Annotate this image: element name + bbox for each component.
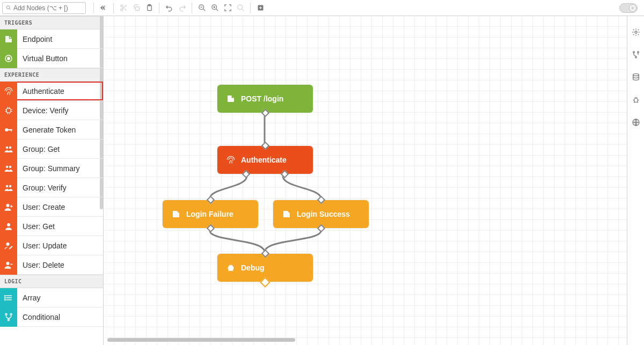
endpoint-icon (226, 94, 236, 104)
zoom-out-button[interactable] (195, 2, 208, 14)
svg-point-51 (637, 52, 639, 53)
section-experience: EXPERIENCE (0, 68, 103, 82)
fit-screen-button[interactable] (221, 2, 234, 14)
palette-item-label: Device: Verify (17, 106, 69, 115)
palette-item-user-update[interactable]: User: Update (0, 236, 103, 255)
palette-item-device-verify[interactable]: Device: Verify (0, 101, 103, 120)
globe-button[interactable] (631, 117, 641, 128)
palette-item-generate-token[interactable]: Generate Token (0, 120, 103, 140)
node-palette[interactable]: TRIGGERS Endpoint Virtual Button EXPERIE… (0, 16, 104, 345)
versions-button[interactable] (631, 49, 641, 60)
copy-button[interactable] (130, 2, 143, 14)
node-label: Login Success (297, 210, 350, 218)
users-icon (0, 159, 17, 178)
svg-point-43 (5, 297, 6, 298)
svg-point-44 (5, 299, 6, 300)
svg-point-49 (635, 31, 637, 33)
node-label: Debug (241, 263, 265, 272)
svg-point-0 (6, 6, 10, 9)
palette-item-group-verify[interactable]: Group: Verify (0, 178, 103, 197)
svg-point-30 (9, 146, 12, 149)
output-port-false[interactable] (242, 170, 251, 179)
svg-point-37 (6, 243, 10, 246)
node-search-input[interactable] (13, 4, 82, 12)
node-search[interactable] (2, 2, 86, 14)
palette-item-virtual-button[interactable]: Virtual Button (0, 49, 103, 68)
svg-point-47 (8, 319, 10, 320)
user-plus-icon (0, 197, 17, 217)
settings-button[interactable] (631, 27, 641, 38)
palette-item-user-delete[interactable]: User: Delete (0, 255, 103, 275)
bug-icon (226, 263, 236, 273)
user-minus-icon (0, 255, 17, 275)
key-icon (0, 120, 17, 140)
storage-button[interactable] (631, 72, 641, 83)
output-port[interactable] (260, 277, 270, 288)
output-port-true[interactable] (280, 170, 289, 179)
input-port[interactable] (317, 196, 326, 204)
output-port[interactable] (261, 109, 270, 118)
settings-toggle[interactable] (619, 3, 638, 13)
redo-button[interactable] (175, 2, 188, 14)
palette-item-label: User: Get (17, 222, 55, 231)
palette-item-group-get[interactable]: Group: Get (0, 140, 103, 159)
svg-point-42 (5, 295, 6, 296)
node-login-success[interactable]: Login Success (273, 200, 369, 228)
debug-panel-button[interactable] (631, 94, 641, 105)
node-debug[interactable]: Debug (217, 254, 313, 282)
svg-point-17 (237, 5, 242, 10)
palette-item-label: User: Update (17, 241, 67, 250)
palette-item-label: User: Delete (17, 261, 64, 269)
palette-item-endpoint[interactable]: Endpoint (0, 30, 103, 49)
output-port[interactable] (207, 224, 215, 233)
flow-canvas[interactable]: POST /login Authenticate Login Failure L… (104, 16, 627, 345)
node-label: Login Failure (186, 210, 233, 218)
reply-icon (282, 209, 291, 219)
palette-item-authenticate[interactable]: Authenticate (0, 82, 103, 101)
branch-icon (0, 307, 17, 327)
palette-item-group-summary[interactable]: Group: Summary (0, 159, 103, 178)
svg-rect-7 (135, 7, 139, 11)
canvas-h-scrollbar[interactable] (107, 338, 295, 342)
zoom-in-button[interactable] (208, 2, 221, 14)
endpoint-icon (0, 30, 17, 49)
svg-point-35 (6, 204, 10, 207)
palette-item-array[interactable]: Array (0, 288, 103, 307)
palette-item-label: Group: Summary (17, 164, 80, 173)
paste-button[interactable] (143, 2, 156, 14)
svg-point-53 (633, 74, 639, 76)
cut-button[interactable] (117, 2, 130, 14)
palette-item-user-get[interactable]: User: Get (0, 217, 103, 236)
input-port[interactable] (261, 142, 270, 150)
section-logic: LOGIC (0, 275, 103, 288)
svg-line-18 (241, 9, 244, 11)
svg-point-52 (635, 56, 636, 58)
svg-point-32 (9, 165, 12, 168)
chip-icon (0, 101, 17, 120)
node-authenticate[interactable]: Authenticate (217, 146, 313, 174)
svg-point-38 (6, 262, 10, 265)
users-icon (0, 140, 17, 159)
palette-item-conditional[interactable]: Conditional (0, 307, 103, 327)
svg-line-5 (125, 9, 126, 10)
svg-point-34 (9, 185, 12, 187)
svg-point-26 (5, 128, 8, 131)
svg-point-31 (6, 165, 9, 168)
target-icon (0, 49, 17, 68)
node-trigger[interactable]: POST /login (217, 85, 313, 113)
palette-item-user-create[interactable]: User: Create (0, 197, 103, 217)
back-button[interactable] (97, 2, 110, 14)
undo-button[interactable] (163, 2, 175, 14)
node-label: POST /login (241, 94, 283, 103)
input-port[interactable] (261, 249, 270, 258)
zoom-selection-button[interactable] (234, 2, 247, 14)
palette-item-label: Group: Verify (17, 183, 67, 192)
fingerprint-icon (0, 82, 17, 101)
toolbar (0, 0, 644, 16)
output-port[interactable] (317, 224, 326, 233)
palette-item-label: Conditional (17, 313, 60, 321)
search-icon (6, 5, 11, 11)
node-login-failure[interactable]: Login Failure (163, 200, 258, 228)
add-button[interactable] (254, 2, 267, 14)
input-port[interactable] (207, 196, 215, 204)
